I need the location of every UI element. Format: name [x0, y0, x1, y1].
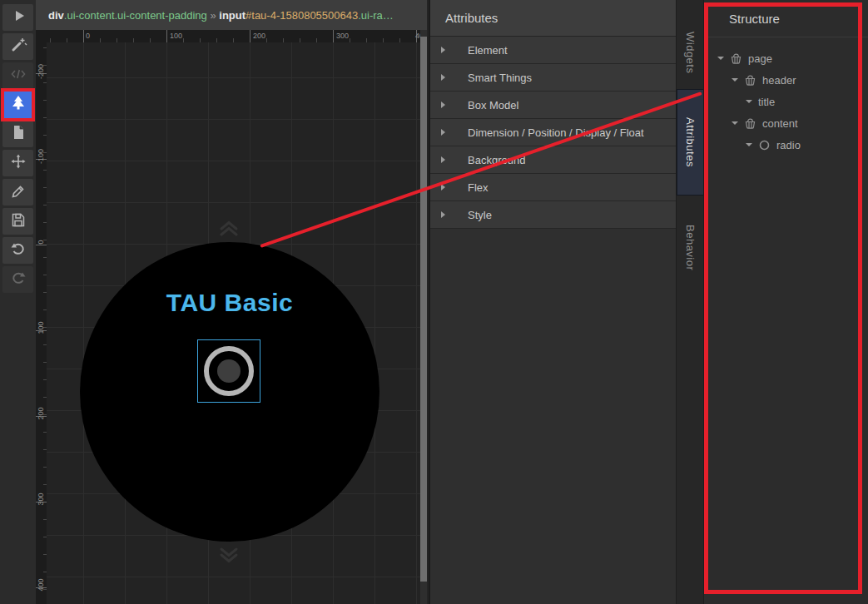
tree-node-radio[interactable]: radio: [704, 134, 868, 156]
attr-section-label: Dimension / Position / Display / Float: [468, 126, 644, 139]
structure-panel: Structure page header: [703, 0, 868, 604]
tree-view-button[interactable]: [1, 88, 35, 121]
container-icon: [744, 74, 756, 87]
h-ruler-label: 200: [253, 32, 265, 40]
breadcrumb-selected-tag[interactable]: input: [219, 9, 246, 22]
expand-arrow-icon: [441, 211, 445, 218]
breadcrumb-selected-classes[interactable]: .ui-ra…: [358, 9, 394, 22]
h-ruler-label: 0: [86, 32, 90, 40]
v-ruler-label: 400: [37, 572, 45, 597]
redo-button: [2, 266, 33, 293]
expand-arrow-icon: [441, 156, 445, 163]
expand-arrow-icon: [441, 101, 445, 108]
h-ruler-label: 300: [336, 32, 349, 40]
attr-section-style[interactable]: Style: [430, 201, 676, 229]
tree-node-label: page: [748, 52, 772, 65]
page-title-widget[interactable]: TAU Basic: [80, 289, 379, 317]
attr-section-smart-things[interactable]: Smart Things: [430, 64, 676, 92]
canvas-scrollbar-thumb[interactable]: [420, 37, 427, 582]
v-ruler-label: -100: [37, 144, 45, 169]
canvas-scrollbar: [420, 30, 427, 604]
breadcrumb-parent-tag[interactable]: div: [48, 9, 64, 22]
h-ruler-label: 400: [415, 32, 420, 40]
page-icon: [9, 124, 27, 144]
left-toolbar: [0, 0, 36, 604]
run-icon: [9, 7, 27, 27]
tree-node-header[interactable]: header: [704, 69, 868, 91]
attr-section-flex[interactable]: Flex: [430, 174, 676, 201]
tree-node-label: title: [758, 96, 775, 108]
edit-button[interactable]: [2, 179, 33, 205]
tree-node-page[interactable]: page: [704, 47, 868, 69]
breadcrumb-selected-id[interactable]: #tau-4-1580805500643: [246, 9, 358, 22]
collapse-caret-icon[interactable]: [746, 143, 752, 146]
tab-behavior[interactable]: Behavior: [677, 208, 704, 287]
breadcrumb-parent-classes[interactable]: .ui-content.ui-content-padding: [64, 9, 207, 22]
ui-builder-window: div.ui-content.ui-content-padding » inpu…: [0, 0, 868, 604]
v-ruler-label: -200: [37, 59, 45, 84]
attr-section-label: Element: [468, 44, 508, 57]
attr-section-element[interactable]: Element: [430, 37, 676, 64]
attr-section-label: Style: [468, 209, 492, 221]
structure-tree: page header title: [704, 47, 868, 156]
edit-icon: [9, 182, 27, 202]
save-icon: [9, 211, 27, 231]
v-ruler-label: 200: [37, 401, 45, 426]
page-button[interactable]: [2, 121, 33, 147]
container-icon: [744, 117, 756, 130]
move-button[interactable]: [2, 150, 33, 176]
design-canvas[interactable]: TAU Basic -200 -100 0 100 200 300 400 0 …: [36, 30, 420, 604]
breadcrumb: div.ui-content.ui-content-padding » inpu…: [36, 0, 427, 30]
tab-widgets[interactable]: Widgets: [677, 13, 704, 92]
attributes-panel-title: Attributes: [430, 0, 676, 37]
magic-wand-button[interactable]: [2, 33, 33, 60]
code-view-button: [2, 62, 33, 89]
structure-panel-title: Structure: [704, 0, 868, 37]
code-view-icon: [9, 66, 27, 86]
undo-icon: [9, 240, 27, 260]
h-ruler-label: 100: [170, 32, 182, 40]
expand-arrow-icon: [441, 74, 445, 81]
expand-arrow-icon: [441, 184, 445, 191]
container-icon: [730, 52, 742, 65]
tree-node-label: content: [762, 117, 798, 130]
attr-section-label: Background: [468, 154, 525, 166]
vertical-ruler: -200 -100 0 100 200 300 400: [36, 42, 47, 604]
tree-node-content[interactable]: content: [704, 112, 868, 134]
attr-section-dimension[interactable]: Dimension / Position / Display / Float: [430, 119, 676, 146]
chevron-up-icon: [215, 218, 243, 240]
radio-widget[interactable]: [204, 346, 254, 396]
move-icon: [9, 153, 27, 173]
attr-section-label: Box Model: [468, 99, 518, 111]
attributes-panel: Attributes Element Smart Things Box Mode…: [429, 0, 676, 604]
chevron-down-icon: [215, 547, 243, 569]
attr-section-box-model[interactable]: Box Model: [430, 92, 676, 119]
tree-view-icon: [9, 94, 27, 116]
expand-arrow-icon: [441, 129, 445, 136]
undo-button[interactable]: [2, 237, 33, 264]
tree-node-label: header: [762, 74, 796, 87]
collapse-caret-icon[interactable]: [717, 57, 724, 60]
v-ruler-label: 0: [37, 230, 45, 255]
tree-node-label: radio: [776, 139, 801, 151]
magic-wand-icon: [9, 37, 27, 57]
expand-arrow-icon: [441, 47, 445, 53]
collapse-caret-icon[interactable]: [732, 121, 738, 125]
radio-dot: [217, 359, 241, 383]
v-ruler-label: 300: [37, 487, 45, 512]
collapse-caret-icon[interactable]: [732, 78, 738, 82]
breadcrumb-separator: »: [207, 9, 219, 22]
run-button[interactable]: [2, 4, 33, 31]
attr-section-label: Smart Things: [468, 72, 532, 84]
side-tab-strip: Widgets Attributes Behavior: [676, 0, 703, 604]
collapse-caret-icon[interactable]: [746, 100, 752, 103]
tab-attributes[interactable]: Attributes: [677, 89, 704, 196]
radio-widget-selection[interactable]: [197, 339, 260, 403]
v-ruler-label: 100: [37, 315, 45, 340]
attr-section-label: Flex: [468, 181, 489, 194]
save-button[interactable]: [2, 208, 33, 235]
tree-node-title[interactable]: title: [704, 91, 868, 112]
horizontal-ruler: 0 100 200 300 400: [36, 30, 420, 42]
attr-section-background[interactable]: Background: [430, 146, 676, 174]
radio-icon: [758, 139, 771, 151]
